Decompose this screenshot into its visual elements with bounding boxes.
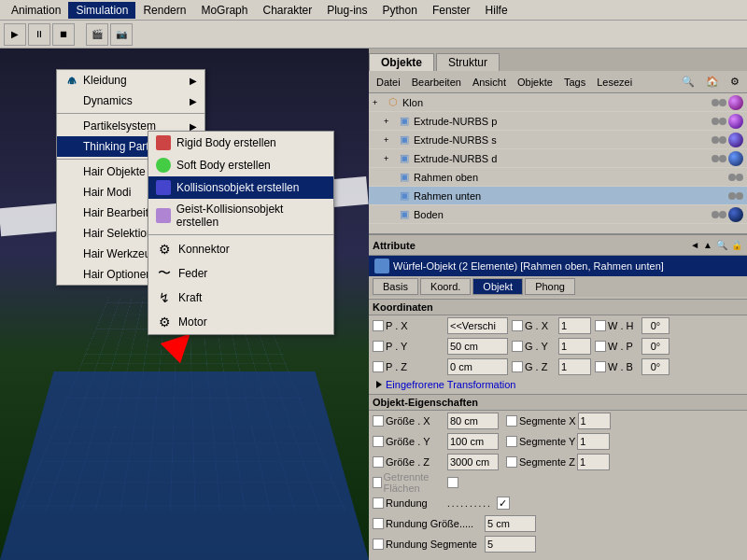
ed-sphere [728,151,743,166]
menu-plugins[interactable]: Plug-ins [319,2,374,19]
expand-extrude-d[interactable]: + [384,154,395,163]
check-groesse-y[interactable] [373,436,384,447]
obj-tool-tags[interactable]: Tags [560,76,589,89]
field-gz[interactable]: 1 [558,358,591,375]
obj-tool-bearbeiten[interactable]: Bearbeiten [408,76,465,89]
prop-row-getrennte: Getrennte Flächen [369,472,747,493]
check-px[interactable] [373,320,384,331]
field-seg-y[interactable]: 1 [577,433,610,450]
check-getrennte-val[interactable] [447,477,458,488]
tab-koord[interactable]: Koord. [420,278,471,295]
tp-rigid-body[interactable]: Rigid Body erstellen [148,132,333,154]
tp-feder[interactable]: 〜 Feder [148,261,333,286]
field-wp[interactable]: 0° [641,338,669,355]
check-rundung-groesse[interactable] [373,518,384,529]
tab-phong[interactable]: Phong [525,278,575,295]
menu-animation[interactable]: Animation [4,2,68,19]
prop-row-py: P . Y 50 cm G . Y 1 W . P [369,336,747,357]
menu-fenster[interactable]: Fenster [425,2,478,19]
object-row-rahmen-unten[interactable]: ▣ Rahmen unten [369,187,747,205]
nav-search[interactable]: 🔍 [715,239,728,251]
field-gy[interactable]: 1 [558,338,591,355]
field-groesse-z[interactable]: 3000 cm [447,454,499,470]
field-groesse-y[interactable]: 100 cm [447,433,499,450]
menu-mograph[interactable]: MoGraph [193,2,255,19]
field-seg-x[interactable]: 1 [578,413,611,429]
field-wb[interactable]: 0° [641,358,669,375]
menu-python[interactable]: Python [375,2,425,19]
menu-simulation[interactable]: Simulation [68,2,135,19]
tp-soft-body[interactable]: Soft Body erstellen [148,154,333,176]
object-row-extrude-s[interactable]: + ▣ Extrude-NURBS s [369,131,747,149]
properties-panel: Attribute ◄ ▲ 🔍 🔒 Würfel-Objekt (2 Eleme… [369,235,747,560]
tab-struktur[interactable]: Struktur [436,53,500,71]
prop-row-groesse-z: Größe . Z 3000 cm Segmente Z 1 [369,452,747,472]
check-gy[interactable] [512,341,523,352]
check-gx[interactable] [512,320,523,331]
tp-kollisionsobjekt[interactable]: Kollisionsobjekt erstellen [148,176,333,199]
object-row-extrude-p[interactable]: + ▣ Extrude-NURBS p [369,112,747,131]
menu-charakter[interactable]: Charakter [255,2,319,19]
field-wh[interactable]: 0° [641,317,669,334]
check-wb[interactable] [595,361,606,372]
tp-kraft[interactable]: ↯ Kraft [148,286,333,310]
tp-konnektor[interactable]: ⚙ Konnektor [148,237,333,261]
object-row-extrude-d[interactable]: + ▣ Extrude-NURBS d [369,149,747,168]
field-pz[interactable]: 0 cm [447,358,508,375]
toolbar-btn-3[interactable]: ⏹ [52,23,75,46]
menu-rendern[interactable]: Rendern [135,2,193,19]
tp-motor[interactable]: ⚙ Motor [148,310,333,334]
tab-basis[interactable]: Basis [373,278,418,295]
field-rundung-groesse[interactable]: 5 cm [485,515,536,532]
menu-item-dynamics[interactable]: Dynamics ▶ [57,91,204,111]
check-pz[interactable] [373,361,384,372]
obj-search-btn[interactable]: 🔍 [678,75,698,89]
segmente-z-group: Segmente Z 1 [506,454,610,470]
check-groesse-z[interactable] [373,456,384,468]
expand-klon[interactable]: + [373,98,384,107]
obj-house-btn[interactable]: 🏠 [702,75,723,89]
object-row-boden[interactable]: ▣ Boden [369,205,747,224]
expand-extrude-p[interactable]: + [384,117,395,126]
check-gz[interactable] [512,361,523,372]
check-seg-y[interactable] [506,436,517,447]
menu-item-kleidung[interactable]: 🧥 Kleidung ▶ [57,70,204,91]
check-rundung[interactable] [373,497,384,509]
check-rundung-seg[interactable] [373,539,384,550]
field-px[interactable]: <<Verschi [447,317,508,334]
check-wp[interactable] [595,341,606,352]
toolbar-btn-4[interactable]: 🎬 [86,23,108,46]
frozen-transformation[interactable]: Eingefrorene Transformation [369,377,747,392]
obj-tool-ansicht[interactable]: Ansicht [469,76,510,89]
menu-hilfe[interactable]: Hilfe [478,2,515,19]
toolbar-btn-2[interactable]: ⏸ [28,23,50,46]
field-seg-z[interactable]: 1 [577,454,610,470]
tp-geist-kollisionsobjekt[interactable]: Geist-Kollisionsobjekt erstellen [148,199,333,232]
tab-objekte[interactable]: Objekte [369,53,434,71]
check-wh[interactable] [595,320,606,331]
field-groesse-x[interactable]: 80 cm [447,413,499,429]
object-row-rahmen-oben[interactable]: ▣ Rahmen oben [369,168,747,187]
nav-back[interactable]: ◄ [689,239,700,251]
nav-up[interactable]: ▲ [702,239,713,251]
object-row-klon[interactable]: + ⬡ Klon [369,93,747,112]
check-py[interactable] [373,341,384,352]
obj-tool-lesezei[interactable]: Lesezei [593,76,636,89]
field-rundung-seg[interactable]: 5 [485,536,536,553]
toolbar-btn-5[interactable]: 📷 [110,23,133,46]
check-groesse-x[interactable] [373,415,384,427]
obj-tool-objekte[interactable]: Objekte [514,76,557,89]
check-getrennte[interactable] [373,477,382,488]
check-seg-z[interactable] [506,456,517,468]
expand-extrude-s[interactable]: + [384,135,395,145]
check-seg-x[interactable] [506,415,517,427]
field-py[interactable]: 50 cm [447,338,508,355]
field-gx[interactable]: 1 [558,317,591,334]
check-rundung-val[interactable]: ✓ [497,497,510,510]
obj-tool-datei[interactable]: Datei [373,76,404,89]
nav-lock[interactable]: 🔒 [730,239,743,251]
rahmen-unten-name: Rahmen unten [414,190,728,202]
tab-objekt[interactable]: Objekt [472,278,523,295]
obj-settings-btn[interactable]: ⚙ [726,75,743,89]
toolbar-btn-1[interactable]: ▶ [4,23,26,46]
